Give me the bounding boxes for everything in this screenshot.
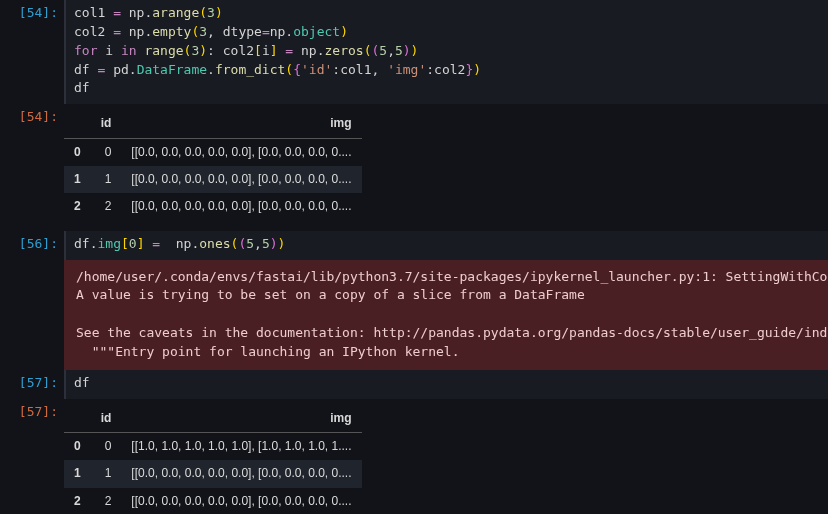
df54-col-img: img	[121, 110, 361, 138]
input-prompt-57: [57]:	[0, 370, 64, 397]
table-row: 0 0 [[0.0, 0.0, 0.0, 0.0, 0.0], [0.0, 0.…	[64, 138, 362, 166]
output-prompt-54: [54]:	[0, 104, 64, 131]
empty-prompt	[0, 260, 64, 268]
cell-56-stderr: /home/user/.conda/envs/fastai/lib/python…	[0, 260, 828, 370]
df57-col-img: img	[121, 405, 361, 433]
cell-54-output: [54]: id img 0 0 [[0.0, 0.0, 0.0, 0.0, 0…	[0, 104, 828, 231]
output-prompt-57: [57]:	[0, 399, 64, 426]
code-editor-57[interactable]: df	[64, 370, 828, 399]
cell-54-input: [54]: col1 = np.arange(3) col2 = np.empt…	[0, 0, 828, 104]
table-row: 2 2 [[0.0, 0.0, 0.0, 0.0, 0.0], [0.0, 0.…	[64, 193, 362, 220]
df57-corner	[64, 405, 91, 433]
table-row: 0 0 [[1.0, 1.0, 1.0, 1.0, 1.0], [1.0, 1.…	[64, 433, 362, 461]
cell-57-input: [57]: df	[0, 370, 828, 399]
input-prompt-54: [54]:	[0, 0, 64, 27]
input-prompt-56: [56]:	[0, 231, 64, 258]
df57-col-id: id	[91, 405, 122, 433]
warning-output-56: /home/user/.conda/envs/fastai/lib/python…	[64, 260, 828, 370]
table-row: 1 1 [[0.0, 0.0, 0.0, 0.0, 0.0], [0.0, 0.…	[64, 460, 362, 487]
dataframe-output-54: id img 0 0 [[0.0, 0.0, 0.0, 0.0, 0.0], […	[64, 110, 362, 221]
code-editor-56[interactable]: df.img[0] = np.ones((5,5))	[64, 231, 828, 260]
table-row: 2 2 [[0.0, 0.0, 0.0, 0.0, 0.0], [0.0, 0.…	[64, 488, 362, 514]
table-row: 1 1 [[0.0, 0.0, 0.0, 0.0, 0.0], [0.0, 0.…	[64, 166, 362, 193]
code-editor-54[interactable]: col1 = np.arange(3) col2 = np.empty(3, d…	[64, 0, 828, 104]
df54-col-id: id	[91, 110, 122, 138]
df54-corner	[64, 110, 91, 138]
cell-57-output: [57]: id img 0 0 [[1.0, 1.0, 1.0, 1.0, 1…	[0, 399, 828, 514]
cell-56-input: [56]: df.img[0] = np.ones((5,5))	[0, 231, 828, 260]
dataframe-output-57: id img 0 0 [[1.0, 1.0, 1.0, 1.0, 1.0], […	[64, 405, 362, 514]
